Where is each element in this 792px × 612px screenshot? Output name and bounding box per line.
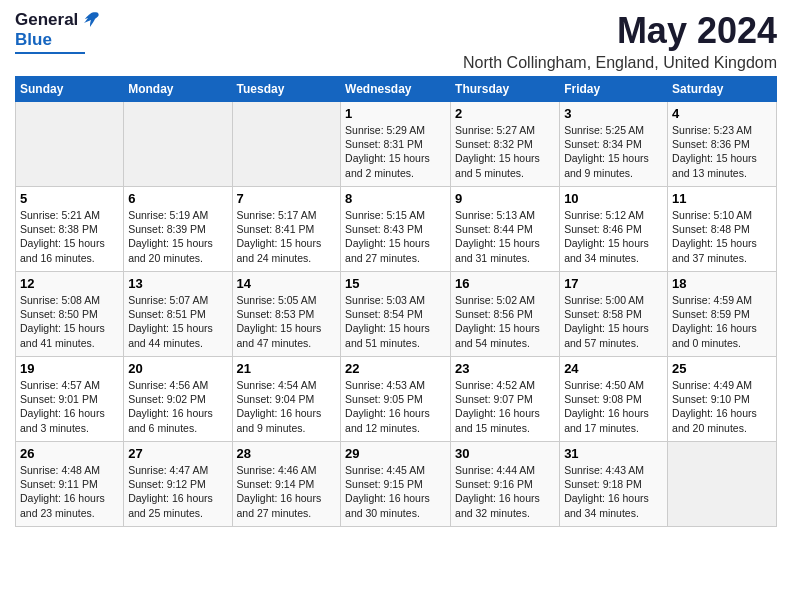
calendar-cell: 29Sunrise: 4:45 AM Sunset: 9:15 PM Dayli…	[341, 442, 451, 527]
calendar-cell: 17Sunrise: 5:00 AM Sunset: 8:58 PM Dayli…	[560, 272, 668, 357]
calendar-cell: 10Sunrise: 5:12 AM Sunset: 8:46 PM Dayli…	[560, 187, 668, 272]
day-number: 11	[672, 191, 772, 206]
calendar-cell: 28Sunrise: 4:46 AM Sunset: 9:14 PM Dayli…	[232, 442, 341, 527]
day-number: 3	[564, 106, 663, 121]
calendar-cell	[124, 102, 232, 187]
day-info: Sunrise: 4:44 AM Sunset: 9:16 PM Dayligh…	[455, 463, 555, 520]
calendar-cell: 24Sunrise: 4:50 AM Sunset: 9:08 PM Dayli…	[560, 357, 668, 442]
logo-bird-icon	[80, 11, 102, 29]
day-number: 18	[672, 276, 772, 291]
calendar-body: 1Sunrise: 5:29 AM Sunset: 8:31 PM Daylig…	[16, 102, 777, 527]
calendar-week-4: 19Sunrise: 4:57 AM Sunset: 9:01 PM Dayli…	[16, 357, 777, 442]
day-number: 21	[237, 361, 337, 376]
col-friday: Friday	[560, 77, 668, 102]
month-title: May 2024	[463, 10, 777, 52]
day-info: Sunrise: 5:21 AM Sunset: 8:38 PM Dayligh…	[20, 208, 119, 265]
day-number: 16	[455, 276, 555, 291]
day-info: Sunrise: 5:10 AM Sunset: 8:48 PM Dayligh…	[672, 208, 772, 265]
calendar-cell: 26Sunrise: 4:48 AM Sunset: 9:11 PM Dayli…	[16, 442, 124, 527]
day-number: 31	[564, 446, 663, 461]
calendar-cell: 7Sunrise: 5:17 AM Sunset: 8:41 PM Daylig…	[232, 187, 341, 272]
day-number: 27	[128, 446, 227, 461]
logo-divider	[15, 52, 85, 54]
day-info: Sunrise: 5:05 AM Sunset: 8:53 PM Dayligh…	[237, 293, 337, 350]
day-info: Sunrise: 5:23 AM Sunset: 8:36 PM Dayligh…	[672, 123, 772, 180]
col-tuesday: Tuesday	[232, 77, 341, 102]
day-info: Sunrise: 5:17 AM Sunset: 8:41 PM Dayligh…	[237, 208, 337, 265]
calendar-cell: 4Sunrise: 5:23 AM Sunset: 8:36 PM Daylig…	[668, 102, 777, 187]
day-info: Sunrise: 4:43 AM Sunset: 9:18 PM Dayligh…	[564, 463, 663, 520]
calendar-cell: 3Sunrise: 5:25 AM Sunset: 8:34 PM Daylig…	[560, 102, 668, 187]
calendar-cell: 27Sunrise: 4:47 AM Sunset: 9:12 PM Dayli…	[124, 442, 232, 527]
header-row: Sunday Monday Tuesday Wednesday Thursday…	[16, 77, 777, 102]
day-number: 7	[237, 191, 337, 206]
calendar-cell: 31Sunrise: 4:43 AM Sunset: 9:18 PM Dayli…	[560, 442, 668, 527]
calendar-cell: 20Sunrise: 4:56 AM Sunset: 9:02 PM Dayli…	[124, 357, 232, 442]
day-number: 13	[128, 276, 227, 291]
day-number: 2	[455, 106, 555, 121]
day-number: 1	[345, 106, 446, 121]
logo-general: General	[15, 10, 78, 30]
calendar-cell	[668, 442, 777, 527]
calendar-cell: 23Sunrise: 4:52 AM Sunset: 9:07 PM Dayli…	[451, 357, 560, 442]
day-number: 24	[564, 361, 663, 376]
day-info: Sunrise: 5:13 AM Sunset: 8:44 PM Dayligh…	[455, 208, 555, 265]
col-wednesday: Wednesday	[341, 77, 451, 102]
day-info: Sunrise: 4:56 AM Sunset: 9:02 PM Dayligh…	[128, 378, 227, 435]
day-info: Sunrise: 4:52 AM Sunset: 9:07 PM Dayligh…	[455, 378, 555, 435]
day-number: 26	[20, 446, 119, 461]
day-number: 6	[128, 191, 227, 206]
day-number: 8	[345, 191, 446, 206]
day-info: Sunrise: 4:54 AM Sunset: 9:04 PM Dayligh…	[237, 378, 337, 435]
calendar-cell: 19Sunrise: 4:57 AM Sunset: 9:01 PM Dayli…	[16, 357, 124, 442]
col-monday: Monday	[124, 77, 232, 102]
day-info: Sunrise: 5:07 AM Sunset: 8:51 PM Dayligh…	[128, 293, 227, 350]
day-info: Sunrise: 4:48 AM Sunset: 9:11 PM Dayligh…	[20, 463, 119, 520]
day-info: Sunrise: 5:03 AM Sunset: 8:54 PM Dayligh…	[345, 293, 446, 350]
day-number: 22	[345, 361, 446, 376]
day-info: Sunrise: 5:02 AM Sunset: 8:56 PM Dayligh…	[455, 293, 555, 350]
calendar-cell: 6Sunrise: 5:19 AM Sunset: 8:39 PM Daylig…	[124, 187, 232, 272]
col-saturday: Saturday	[668, 77, 777, 102]
day-number: 29	[345, 446, 446, 461]
day-info: Sunrise: 5:15 AM Sunset: 8:43 PM Dayligh…	[345, 208, 446, 265]
col-sunday: Sunday	[16, 77, 124, 102]
calendar-cell: 9Sunrise: 5:13 AM Sunset: 8:44 PM Daylig…	[451, 187, 560, 272]
day-info: Sunrise: 4:53 AM Sunset: 9:05 PM Dayligh…	[345, 378, 446, 435]
day-info: Sunrise: 4:47 AM Sunset: 9:12 PM Dayligh…	[128, 463, 227, 520]
calendar-week-5: 26Sunrise: 4:48 AM Sunset: 9:11 PM Dayli…	[16, 442, 777, 527]
logo-blue: Blue	[15, 30, 52, 50]
calendar-cell: 13Sunrise: 5:07 AM Sunset: 8:51 PM Dayli…	[124, 272, 232, 357]
day-number: 23	[455, 361, 555, 376]
calendar-cell: 21Sunrise: 4:54 AM Sunset: 9:04 PM Dayli…	[232, 357, 341, 442]
day-info: Sunrise: 4:46 AM Sunset: 9:14 PM Dayligh…	[237, 463, 337, 520]
day-info: Sunrise: 4:50 AM Sunset: 9:08 PM Dayligh…	[564, 378, 663, 435]
day-info: Sunrise: 4:57 AM Sunset: 9:01 PM Dayligh…	[20, 378, 119, 435]
calendar-cell: 18Sunrise: 4:59 AM Sunset: 8:59 PM Dayli…	[668, 272, 777, 357]
calendar-cell: 11Sunrise: 5:10 AM Sunset: 8:48 PM Dayli…	[668, 187, 777, 272]
calendar-week-2: 5Sunrise: 5:21 AM Sunset: 8:38 PM Daylig…	[16, 187, 777, 272]
day-number: 17	[564, 276, 663, 291]
page-header: General Blue May 2024 North Collingham, …	[15, 10, 777, 72]
day-info: Sunrise: 5:25 AM Sunset: 8:34 PM Dayligh…	[564, 123, 663, 180]
day-number: 20	[128, 361, 227, 376]
calendar-cell: 5Sunrise: 5:21 AM Sunset: 8:38 PM Daylig…	[16, 187, 124, 272]
calendar-cell: 30Sunrise: 4:44 AM Sunset: 9:16 PM Dayli…	[451, 442, 560, 527]
calendar-cell: 8Sunrise: 5:15 AM Sunset: 8:43 PM Daylig…	[341, 187, 451, 272]
location-title: North Collingham, England, United Kingdo…	[463, 54, 777, 72]
day-number: 10	[564, 191, 663, 206]
day-number: 12	[20, 276, 119, 291]
calendar-cell	[232, 102, 341, 187]
day-number: 25	[672, 361, 772, 376]
calendar-cell: 2Sunrise: 5:27 AM Sunset: 8:32 PM Daylig…	[451, 102, 560, 187]
day-info: Sunrise: 4:45 AM Sunset: 9:15 PM Dayligh…	[345, 463, 446, 520]
calendar-cell: 12Sunrise: 5:08 AM Sunset: 8:50 PM Dayli…	[16, 272, 124, 357]
calendar-cell	[16, 102, 124, 187]
day-info: Sunrise: 5:27 AM Sunset: 8:32 PM Dayligh…	[455, 123, 555, 180]
day-number: 5	[20, 191, 119, 206]
day-number: 30	[455, 446, 555, 461]
day-info: Sunrise: 4:49 AM Sunset: 9:10 PM Dayligh…	[672, 378, 772, 435]
day-info: Sunrise: 5:19 AM Sunset: 8:39 PM Dayligh…	[128, 208, 227, 265]
calendar-cell: 25Sunrise: 4:49 AM Sunset: 9:10 PM Dayli…	[668, 357, 777, 442]
calendar-week-1: 1Sunrise: 5:29 AM Sunset: 8:31 PM Daylig…	[16, 102, 777, 187]
